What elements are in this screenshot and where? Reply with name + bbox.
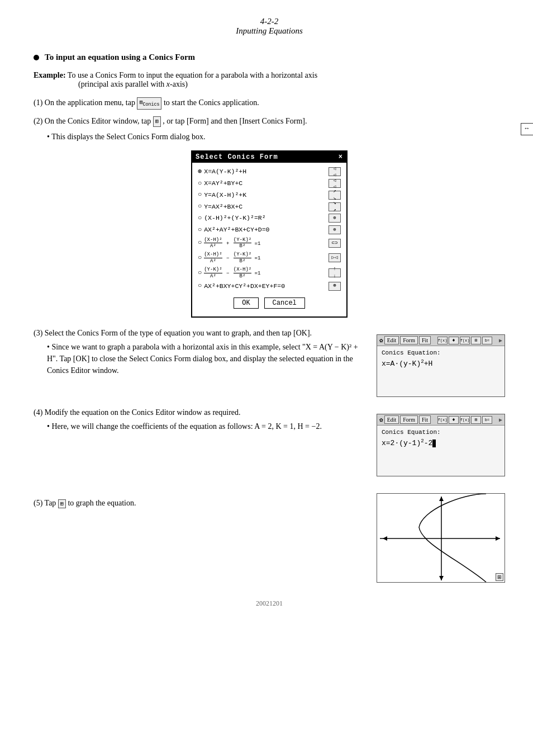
example-indent: (principal axis parallel with x-axis) <box>78 80 188 88</box>
radio-1-icon: ⊛ <box>198 167 202 177</box>
dialog-row-6-text: AX²+AY²+BX+CY+D=0 <box>204 225 269 234</box>
radio-9-icon: ○ <box>198 268 202 278</box>
dialog-title: Select Conics Form × <box>192 152 346 163</box>
calc-icon-4-3[interactable]: ⊞ <box>471 337 481 344</box>
step-2: (2) On the Conics Editor window, tap ⊞ ,… <box>34 115 505 127</box>
dialog-row-8: ○ (X-H)² A² − (Y-K)² B² =1 <box>198 252 341 264</box>
graph-icon: ⊞ <box>58 499 66 508</box>
step-3-right: ✿ Edit Form Fit f(x) ♦ f(x) ⊞ b= ▶ <box>377 329 505 397</box>
dialog-row-2: ○ X=AY²+BY+C ◁◁ <box>198 179 341 188</box>
calc-toolbar-icons-3: f(x) ♦ f(x) ⊞ b= <box>437 337 492 344</box>
dialog-cancel-button[interactable]: Cancel <box>264 297 305 309</box>
dialog-title-text: Select Conics Form <box>196 153 278 161</box>
calc-arrow-3: ▶ <box>499 337 502 344</box>
dialog-row-6-icon: ⊕ <box>329 225 341 234</box>
page-header: 4-2-2 Inputting Equations <box>34 17 505 36</box>
calc-edit-4[interactable]: Edit <box>384 415 399 424</box>
calc-body-3: Conics Equation: x=A·(y-K)2+H <box>377 346 505 396</box>
radio-8-icon: ○ <box>198 253 202 263</box>
dialog-row-8-icon: ▷◁ <box>329 253 341 262</box>
calc-icon-2-3[interactable]: ♦ <box>449 337 459 344</box>
dialog-row-4-icon: ↘↗ <box>329 202 341 211</box>
step-2-bullet: • This displays the Select Conics Form d… <box>47 133 505 141</box>
conics-app-icon: ⊞Conics <box>137 97 161 109</box>
example-text: To use a Conics Form to input the equati… <box>68 71 317 79</box>
calc-fit-4[interactable]: Fit <box>419 415 431 424</box>
dialog-row-1: ⊛ X=A(Y-K)²+H ◁◁ <box>198 167 341 177</box>
dialog-row-5: ○ (X-H)²+(Y-K)²=R² ⊕ <box>198 214 341 223</box>
dialog-row-7-text: (X-H)² A² + (Y-K)² B² =1 <box>204 237 260 250</box>
dialog-row-3-icon: ↗↘ <box>329 191 341 200</box>
dialog-row-10-text: AX²+BXY+CY²+DX+EY+F=0 <box>204 282 285 291</box>
step-3-bullet: Since we want to graph a parabola with a… <box>47 341 365 376</box>
radio-10-icon: ○ <box>198 281 202 291</box>
calc-fit-3[interactable]: Fit <box>419 336 431 344</box>
step-1-number: (1) On the application menu, tap <box>34 98 137 107</box>
footer: 20021201 <box>34 599 505 608</box>
calc-icon-5-3[interactable]: b= <box>482 337 492 344</box>
calc-icon-4-4[interactable]: ⊞ <box>471 416 481 424</box>
dialog-row-7-icon: ⊂⊃ <box>329 239 341 248</box>
footer-text: 20021201 <box>256 599 283 607</box>
dialog-row-2-text: X=AY²+BY+C <box>204 179 242 188</box>
calc-edit-3[interactable]: Edit <box>384 336 399 344</box>
step-5-right: ⊞ <box>377 488 505 583</box>
step-4-bullet: Here, we will change the coefficients of… <box>47 420 365 432</box>
svg-marker-2 <box>383 536 387 541</box>
calc-icon-3-4[interactable]: f(x) <box>460 416 470 424</box>
example-label: Example: <box>34 71 66 79</box>
step-3-row: (3) Select the Conics Form of the type o… <box>34 329 365 338</box>
select-conics-form-dialog: Select Conics Form × ⊛ X=A(Y-K)²+H ◁◁ ○ … <box>191 150 348 318</box>
dialog-row-4: ○ Y=AX²+BX+C ↘↗ <box>198 202 341 211</box>
calc-toolbar-4: ✿ Edit Form Fit f(x) ♦ f(x) ⊞ b= ▶ <box>377 414 505 426</box>
calc-form-3[interactable]: Form <box>400 336 418 344</box>
calc-screen-4: ✿ Edit Form Fit f(x) ♦ f(x) ⊞ b= ▶ <box>377 414 505 476</box>
radio-7-icon: ○ <box>198 238 202 248</box>
calc-arrow-4: ▶ <box>499 417 502 423</box>
calc-wing-icon-3: ✿ <box>379 337 383 344</box>
calc-icon-5-4[interactable]: b= <box>482 416 492 424</box>
calc-icon-1-3[interactable]: f(x) <box>437 337 448 344</box>
calc-icon-3-3[interactable]: f(x) <box>460 337 470 344</box>
step-5-text2: to graph the equation. <box>68 499 136 507</box>
calc-toolbar-left-4: ✿ Edit Form Fit <box>379 415 431 424</box>
step-3-block: (3) Select the Conics Form of the type o… <box>34 329 505 397</box>
side-tab-content: ↕ <box>524 127 531 131</box>
form-icon: ⊞ <box>153 116 161 127</box>
dialog-row-5-text: (X-H)²+(Y-K)²=R² <box>204 214 265 223</box>
step-4-row: (4) Modify the equation on the Conics Ed… <box>34 408 365 417</box>
calc-equation-3: x=A·(y-K)2+H <box>382 358 500 368</box>
radio-6-icon: ○ <box>198 225 202 235</box>
svg-marker-5 <box>439 576 444 580</box>
header-section: 4-2-2 <box>34 17 505 26</box>
dialog-row-7: ○ (X-H)² A² + (Y-K)² B² =1 <box>198 237 341 250</box>
calc-icon-2-4[interactable]: ♦ <box>449 416 459 424</box>
dialog-close-button[interactable]: × <box>339 153 343 161</box>
calc-toolbar-icons-4: f(x) ♦ f(x) ⊞ b= <box>437 416 492 424</box>
calc-screen-3: ✿ Edit Form Fit f(x) ♦ f(x) ⊞ b= ▶ <box>377 334 505 397</box>
dialog-ok-button[interactable]: OK <box>234 297 258 309</box>
step-5-number: (5) Tap <box>34 499 58 507</box>
calc-icon-1-4[interactable]: f(x) <box>437 416 448 424</box>
dialog-row-2-icon: ◁◁ <box>329 179 341 188</box>
bullet-icon <box>34 55 39 60</box>
step-1-text2: to start the Conics application. <box>164 98 259 107</box>
calc-form-4[interactable]: Form <box>400 415 418 424</box>
calc-body-4: Conics Equation: x=2·(y-1)2-2 <box>377 426 505 476</box>
dialog-row-9: ○ (Y-K)² A² − (X-H)² B² =1 <box>198 267 341 280</box>
step-4-number: (4) Modify the equation on the Conics Ed… <box>34 408 241 417</box>
radio-4-icon: ○ <box>198 202 202 211</box>
calc-label-3: Conics Equation: <box>382 349 500 356</box>
dialog-row-9-icon: ↑↓ <box>329 268 341 277</box>
calc-toolbar-left-3: ✿ Edit Form Fit <box>379 336 431 344</box>
example-block: Example: To use a Conics Form to input t… <box>34 71 505 89</box>
dialog-row-1-icon: ◁◁ <box>329 167 341 176</box>
graph-corner-icon[interactable]: ⊞ <box>496 573 503 581</box>
calc-wing-icon-4: ✿ <box>379 416 383 423</box>
calc-toolbar-3: ✿ Edit Form Fit f(x) ♦ f(x) ⊞ b= ▶ <box>377 335 505 346</box>
step-3-number: (3) Select the Conics Form of the type o… <box>34 329 312 337</box>
page: ↕ 4-2-2 Inputting Equations To input an … <box>0 0 533 756</box>
step-5-left: (5) Tap ⊞ to graph the equation. <box>34 488 365 583</box>
section-heading: To input an equation using a Conics Form <box>34 53 505 62</box>
dialog-row-8-text: (X-H)² A² − (Y-K)² B² =1 <box>204 252 260 264</box>
